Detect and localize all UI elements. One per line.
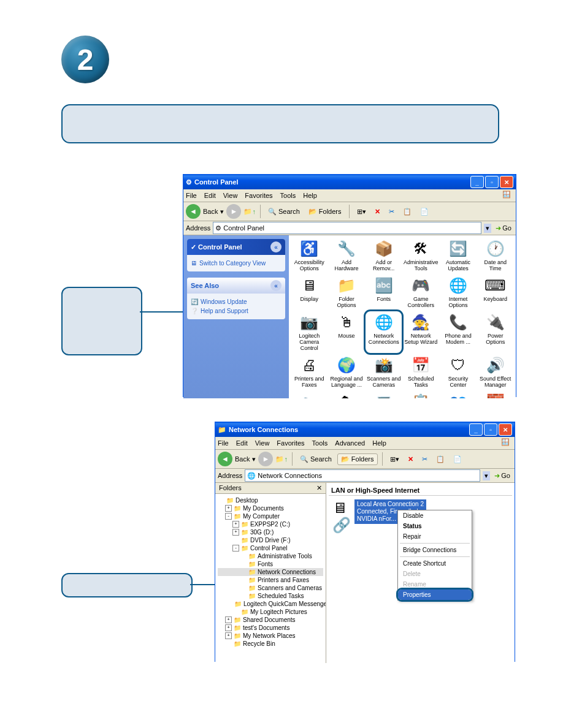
cp-icon-scanners-and-cameras[interactable]: 📸Scanners and Cameras [366, 354, 402, 390]
tree-item[interactable]: 📁Administrative Tools [218, 552, 323, 560]
cp-icon-scheduled-tasks[interactable]: 📅Scheduled Tasks [403, 354, 439, 390]
cp-icon-speech[interactable]: 🗣Speech [329, 391, 365, 398]
tree-item[interactable]: 📁DVD Drive (F:) [218, 536, 323, 544]
back-dropdown-icon[interactable]: ▾ [220, 208, 224, 216]
back-button[interactable]: ◄ [218, 452, 232, 466]
cp-icon-logitech-camera-control[interactable]: 📷Logitech Camera Control [291, 311, 327, 353]
tree-item[interactable]: -📁Control Panel [218, 544, 323, 552]
ctx-status[interactable]: Status [398, 521, 472, 531]
menu-file[interactable]: File [186, 192, 197, 199]
menu-edit[interactable]: Edit [236, 439, 248, 447]
menu-tools[interactable]: Tools [280, 192, 296, 199]
expand-icon[interactable]: + [225, 624, 232, 631]
ctx-disable[interactable]: Disable [398, 510, 472, 521]
maximize-button[interactable]: ▫ [485, 176, 499, 188]
cp-icon-game-controllers[interactable]: 🎮Game Controllers [403, 275, 439, 310]
tree-item[interactable]: -📁My Computer [218, 512, 323, 520]
address-input[interactable]: 🌐 Network Connections [245, 469, 480, 482]
ctx-properties[interactable]: Properties [398, 590, 472, 600]
tree-item[interactable]: 📁Scheduled Tasks [218, 592, 323, 600]
copy-icon[interactable]: 📋 [400, 207, 415, 217]
up-icon[interactable]: 📁↑ [243, 208, 256, 216]
expand-icon[interactable]: + [225, 632, 232, 639]
cp-icon-network-connections[interactable]: 🌐Network Connections [366, 311, 402, 353]
ctx-repair[interactable]: Repair [398, 531, 472, 542]
expand-icon[interactable]: + [232, 529, 239, 536]
tree-item[interactable]: +📁30G (D:) [218, 528, 323, 536]
folders-button[interactable]: 📂 Folders [337, 453, 378, 465]
folders-button[interactable]: 📂 Folders [305, 207, 345, 217]
cp-icon-automatic-updates[interactable]: 🔄Automatic Updates [440, 238, 477, 273]
back-dropdown-icon[interactable]: ▾ [252, 455, 256, 463]
delete-icon[interactable]: ✕ [372, 207, 383, 217]
cp-icon-date-and-time[interactable]: 🕐Date and Time [477, 238, 513, 273]
paste-icon[interactable]: 📄 [417, 207, 432, 217]
menu-view[interactable]: View [223, 192, 238, 199]
address-input[interactable]: ⚙ Control Panel [213, 222, 481, 234]
ctx-bridge-connections[interactable]: Bridge Connections [398, 545, 472, 555]
cp-icon-fonts[interactable]: 🔤Fonts [366, 275, 402, 310]
tree-item[interactable]: 📁Recycle Bin [218, 640, 323, 648]
close-pane-icon[interactable]: ✕ [316, 484, 322, 492]
expand-icon[interactable]: + [225, 616, 232, 623]
cp-icon-printers-and-faxes[interactable]: 🖨Printers and Faxes [291, 354, 327, 390]
menu-view[interactable]: View [255, 439, 270, 447]
tree-item[interactable]: +📁My Network Places [218, 632, 323, 640]
tree-item[interactable]: +📁My Documents [218, 504, 323, 512]
paste-icon[interactable]: 📄 [450, 454, 465, 464]
menu-advanced[interactable]: Advanced [335, 439, 365, 447]
help-support-link[interactable]: ❔ Help and Support [191, 306, 282, 316]
expand-icon[interactable]: + [232, 521, 239, 528]
cp-icon-power-options[interactable]: 🔌Power Options [477, 311, 513, 353]
cp-icon-add-hardware[interactable]: 🔧Add Hardware [329, 238, 365, 273]
search-button[interactable]: 🔍 Search [297, 454, 335, 464]
go-button[interactable]: ➜ Go [494, 224, 513, 232]
menu-tools[interactable]: Tools [312, 439, 328, 447]
expand-icon[interactable]: - [232, 545, 239, 552]
views-button[interactable]: ⊞▾ [387, 454, 402, 464]
cp-icon-keyboard[interactable]: ⌨Keyboard [477, 275, 513, 310]
tree-item[interactable]: 📁Desktop [218, 496, 323, 504]
tree-item[interactable]: 📁Logitech QuickCam Messenger [218, 600, 323, 608]
tree-item[interactable]: +📁EXPPSP2 (C:) [218, 520, 323, 528]
search-button[interactable]: 🔍 Search [265, 207, 303, 217]
maximize-button[interactable]: ▫ [484, 423, 497, 436]
go-button[interactable]: ➜ Go [492, 472, 512, 480]
ctx-create-shortcut[interactable]: Create Shortcut [398, 558, 472, 569]
close-button[interactable]: ✕ [499, 423, 512, 436]
tree-item[interactable]: 📁Fonts [218, 560, 323, 568]
cp-icon-display[interactable]: 🖥Display [291, 275, 327, 310]
address-dropdown-icon[interactable]: ▾ [483, 471, 490, 480]
cp-icon-folder-options[interactable]: 📁Folder Options [329, 275, 365, 310]
cp-icon-phone-and-modem-[interactable]: 📞Phone and Modem ... [440, 311, 477, 353]
minimize-button[interactable]: _ [470, 176, 484, 188]
cp-icon-system[interactable]: 💻System [366, 391, 402, 398]
menu-help[interactable]: Help [303, 192, 317, 199]
expand-icon[interactable]: + [225, 505, 232, 512]
back-button[interactable]: ◄ [186, 204, 201, 219]
switch-to-category-link[interactable]: 🖥 Switch to Category View [191, 259, 282, 268]
collapse-icon[interactable]: « [270, 241, 282, 252]
windows-update-link[interactable]: 🔄 Windows Update [191, 297, 282, 306]
tree-item[interactable]: 📁Scanners and Cameras [218, 584, 323, 592]
cp-icon-user-accounts[interactable]: 👥User Accounts [440, 391, 477, 398]
forward-button[interactable]: ► [226, 204, 241, 219]
menu-help[interactable]: Help [372, 439, 386, 447]
cp-icon-windows-firewall[interactable]: 🧱Windows Firewall [477, 391, 513, 398]
cp-icon-security-center[interactable]: 🛡Security Center [440, 354, 477, 390]
tree-item[interactable]: +📁Shared Documents [218, 616, 323, 624]
cp-icon-sound-effect-manager[interactable]: 🔊Sound Effect Manager [477, 354, 513, 390]
menu-favorites[interactable]: Favorites [245, 192, 272, 199]
cp-icon-internet-options[interactable]: 🌐Internet Options [440, 275, 477, 310]
copy-icon[interactable]: 📋 [433, 454, 448, 464]
cp-icon-regional-and-language-[interactable]: 🌍Regional and Language ... [329, 354, 365, 390]
cp-icon-network-setup-wizard[interactable]: 🧙Network Setup Wizard [403, 311, 439, 353]
cp-icon-sounds-and-audio-devices[interactable]: 🔈Sounds and Audio Devices [291, 391, 327, 398]
menu-edit[interactable]: Edit [204, 192, 216, 199]
forward-button[interactable]: ► [258, 452, 273, 466]
cut-icon[interactable]: ✂ [386, 207, 397, 217]
minimize-button[interactable]: _ [469, 423, 483, 436]
cp-icon-taskbar-and-start-menu[interactable]: 📋Taskbar and Start Menu [403, 391, 439, 398]
cp-icon-accessibility-options[interactable]: ♿Accessibility Options [291, 238, 327, 273]
address-dropdown-icon[interactable]: ▾ [484, 224, 491, 233]
